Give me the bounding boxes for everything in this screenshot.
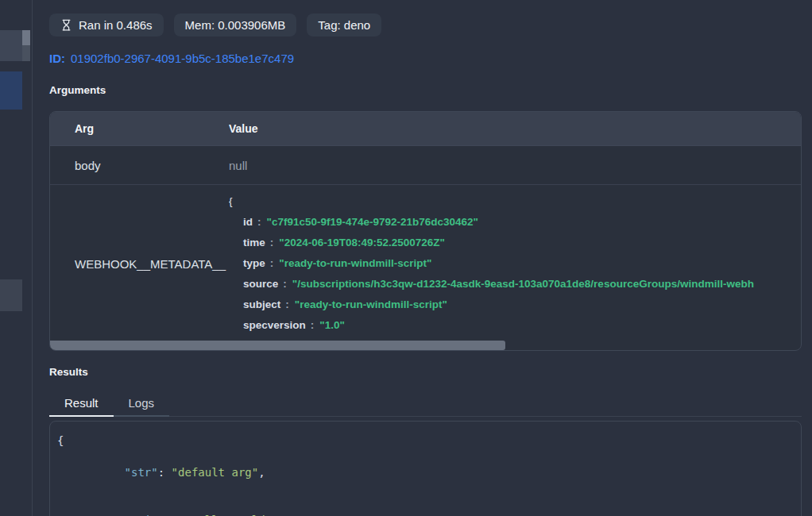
json-entry-id: id:"c7f91c50-9f19-474e-9792-21b76dc30462… (229, 212, 801, 233)
tag-badge: Tag: deno (307, 13, 381, 37)
arg-name: body (50, 159, 229, 172)
memory-label: Mem: 0.003906MB (185, 18, 286, 32)
arg-value-null: null (229, 159, 801, 172)
arguments-heading: Arguments (49, 84, 802, 97)
memory-badge: Mem: 0.003906MB (174, 13, 297, 37)
tag-label: Tag: deno (318, 18, 370, 32)
result-json-view: { "str": "default arg", "union": "Hello … (49, 421, 802, 516)
code-entry-union: "union": "Hello World" (57, 496, 794, 516)
column-header-value: Value (229, 122, 801, 135)
duration-badge: Ran in 0.486s (49, 13, 164, 37)
code-entry-str: "str": "default arg", (57, 449, 794, 496)
results-tabbar: Result Logs (49, 385, 802, 417)
table-row-webhook-metadata: WEBHOOK__METADATA__ { id:"c7f91c50-9f19-… (50, 185, 801, 341)
json-entry-subject: subject:"ready-to-run-windmill-script" (229, 295, 801, 315)
code-open-brace: { (57, 433, 794, 449)
sidebar-item-active[interactable] (0, 71, 22, 110)
duration-label: Ran in 0.486s (79, 18, 153, 32)
sidebar-item-1[interactable] (0, 30, 22, 61)
table-horizontal-scrollbar (50, 341, 801, 350)
tab-result[interactable]: Result (49, 385, 114, 417)
arg-name: WEBHOOK__METADATA__ (50, 191, 229, 336)
arguments-table: Arg Value body null WEBHOOK__METADATA__ … (49, 111, 802, 351)
horizontal-scrollbar-thumb[interactable] (50, 341, 505, 350)
sidebar (0, 0, 33, 516)
job-stats-row: Ran in 0.486s Mem: 0.003906MB Tag: deno (49, 13, 802, 37)
tab-logs[interactable]: Logs (114, 385, 170, 417)
sidebar-item-2[interactable] (0, 279, 22, 311)
json-open-brace: { (229, 191, 801, 212)
json-entry-source: source:"/subscriptions/h3c3qw-d1232-4asd… (229, 274, 801, 295)
results-heading: Results (49, 366, 802, 379)
table-row-body: body null (50, 146, 801, 185)
json-entry-specversion: specversion:"1.0" (229, 315, 801, 336)
arguments-table-header: Arg Value (50, 112, 801, 146)
column-header-arg: Arg (50, 122, 229, 135)
id-label: ID: (49, 52, 65, 65)
job-id-link[interactable]: 01902fb0-2967-4091-9b5c-185be1e7c479 (71, 52, 294, 65)
job-id-row: ID:01902fb0-2967-4091-9b5c-185be1e7c479 (49, 52, 802, 66)
hourglass-icon (60, 19, 72, 31)
job-detail-panel: Ran in 0.486s Mem: 0.003906MB Tag: deno … (33, 0, 812, 516)
json-entry-time: time:"2024-06-19T08:49:52.2500726Z" (229, 233, 801, 253)
webhook-metadata-json: { id:"c7f91c50-9f19-474e-9792-21b76dc304… (229, 191, 801, 336)
sidebar-scrollbar-thumb[interactable] (22, 30, 30, 45)
json-entry-type: type:"ready-to-run-windmill-script" (229, 253, 801, 274)
